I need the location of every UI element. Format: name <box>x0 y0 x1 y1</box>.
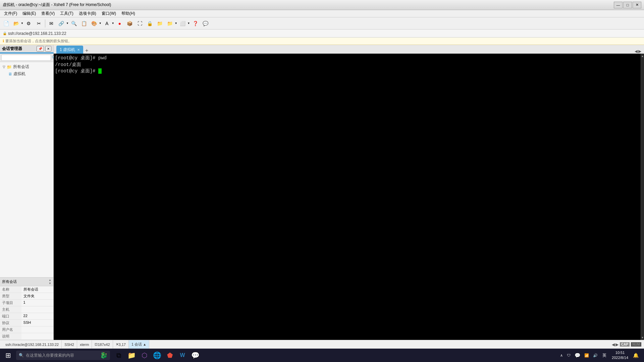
tab-add-button[interactable]: + <box>83 48 90 54</box>
font-arrow[interactable]: ▼ <box>112 22 114 25</box>
tray-expand-button[interactable]: ∧ <box>559 353 564 358</box>
terminal[interactable]: [root@cy 桌面]# pwd /root/桌面 [root@cy 桌面]# <box>54 54 641 340</box>
connect-button[interactable]: 🔗 <box>57 19 66 28</box>
open-button[interactable]: 📂 <box>11 19 21 28</box>
new-session-button[interactable]: 📄 <box>1 19 11 28</box>
status-prev-button[interactable]: ◀ <box>612 342 615 347</box>
tray-language-button[interactable]: 英 <box>600 352 608 359</box>
status-sessions-text: 1 会话 <box>131 342 142 347</box>
address-url: ssh://oracle@192.168.21.133:22 <box>8 31 66 36</box>
start-button[interactable]: ⊞ <box>1 349 15 361</box>
info-row-protocol: 协议 SSH <box>0 320 53 326</box>
menu-view[interactable]: 查看(V) <box>39 10 57 17</box>
lock-button[interactable]: 🔒 <box>145 19 155 28</box>
sidebar-tree: ▽ 📁 所有会话 🖥 虚拟机 <box>0 62 53 277</box>
status-cursor-icon: ✕ <box>116 342 119 347</box>
cap-indicator: CAP <box>620 342 630 347</box>
info-scroll: ▲ ▼ <box>49 279 51 285</box>
xagent-button[interactable]: ● <box>115 19 124 28</box>
fullscreen-button[interactable]: ⛶ <box>135 19 145 28</box>
task-view-button[interactable]: ⧉ <box>113 349 125 361</box>
tray-volume-button[interactable]: 🔊 <box>592 353 599 358</box>
sidebar-pin-button[interactable]: 📌 <box>37 46 44 52</box>
scroll-up-button[interactable]: ▲ <box>641 54 644 58</box>
clock[interactable]: 10:51 2022/8/14 <box>610 350 630 361</box>
word-button[interactable]: W <box>176 349 189 361</box>
sidebar-search-input[interactable] <box>1 55 51 61</box>
tray-wifi-button[interactable]: 📶 <box>583 353 590 358</box>
info-scroll-down[interactable]: ▼ <box>49 282 51 285</box>
red-app-button[interactable]: ⬟ <box>164 349 176 361</box>
info-label-host: 主机 <box>0 306 21 313</box>
menu-file[interactable]: 文件(F) <box>1 10 20 17</box>
local-arrow[interactable]: ▼ <box>175 22 177 25</box>
session-manager-button[interactable]: 📋 <box>79 19 89 28</box>
minimize-button[interactable]: — <box>614 2 623 8</box>
open-arrow[interactable]: ▼ <box>21 22 23 25</box>
menu-window[interactable]: 窗口(W) <box>99 10 119 17</box>
info-table: 名称 所有会话 类型 文件夹 子项目 1 主机 <box>0 286 53 340</box>
task-view-icon: ⧉ <box>116 352 121 359</box>
info-label-username: 用户名 <box>0 326 21 333</box>
wechat-button[interactable]: 💬 <box>189 349 201 361</box>
maximize-button[interactable]: □ <box>623 2 632 8</box>
find-button[interactable]: 🔍 <box>69 19 79 28</box>
multi-exec-button[interactable]: ⬜ <box>178 19 187 28</box>
taskbar-search[interactable]: 🔍 在这里输入你要搜索的内容 🐉 <box>16 351 110 360</box>
info-value-username <box>21 326 53 333</box>
scroll-track[interactable] <box>641 58 644 335</box>
properties-button[interactable]: ⚙ <box>24 19 34 28</box>
color-arrow[interactable]: ▼ <box>99 22 102 25</box>
address-icon: 🔒 <box>3 32 7 35</box>
tree-item-vm[interactable]: 🖥 虚拟机 <box>5 70 53 77</box>
menu-help[interactable]: 帮助(H) <box>119 10 138 17</box>
local-button[interactable]: 📁 <box>165 19 175 28</box>
notification-button[interactable]: 🔔 <box>632 352 640 359</box>
help-button[interactable]: ❓ <box>191 19 200 28</box>
wechat-icon: 💬 <box>191 351 200 359</box>
tray-expand-icon: ∧ <box>560 353 563 358</box>
tray-security-button[interactable]: 🛡 <box>566 353 572 357</box>
multi-exec-arrow[interactable]: ▼ <box>187 22 190 25</box>
info-scroll-up[interactable]: ▲ <box>49 279 51 282</box>
terminal-line-2: [root@cy 桌面]# <box>55 68 639 75</box>
tray-volume-icon: 🔊 <box>593 353 598 358</box>
dragon-icon: 🐉 <box>100 352 107 359</box>
tray-security-icon: 🛡 <box>567 353 571 357</box>
tab-0[interactable]: 1 虚拟机 ✕ <box>56 46 83 54</box>
info-value-protocol: SSH <box>21 320 53 326</box>
font-button[interactable]: A <box>102 19 112 28</box>
compose-button[interactable]: ✉ <box>47 19 56 28</box>
menu-tools[interactable]: 工具(T) <box>57 10 76 17</box>
title-controls: — □ ✕ <box>614 2 641 8</box>
file-explorer-button[interactable]: 📁 <box>125 349 138 361</box>
tray-wechat-tray[interactable]: 💬 <box>573 353 582 358</box>
dev-tool-button[interactable]: ⬡ <box>138 349 150 361</box>
info-panel-header: 所有会话 ▲ ▼ <box>0 278 53 286</box>
sidebar-close-button[interactable]: ✕ <box>45 46 51 52</box>
xftp-button[interactable]: 📦 <box>125 19 135 28</box>
menu-edit[interactable]: 编辑(E) <box>20 10 39 17</box>
info-value-desc <box>21 333 53 340</box>
disconnect-button[interactable]: ✂ <box>34 19 44 28</box>
info-label-port: 端口 <box>0 313 21 320</box>
tab-prev-button[interactable]: ◀ <box>635 49 638 54</box>
menu-tabs[interactable]: 选项卡(B) <box>76 10 99 17</box>
edge-button[interactable]: 🌐 <box>151 349 163 361</box>
num-indicator: NUM <box>631 342 641 347</box>
tab-close-0[interactable]: ✕ <box>77 48 80 52</box>
close-button[interactable]: ✕ <box>633 2 641 8</box>
chat-button[interactable]: 💬 <box>201 19 210 28</box>
info-label-children: 子项目 <box>0 300 21 306</box>
taskbar-search-placeholder: 在这里输入你要搜索的内容 <box>26 353 74 358</box>
sessions-expand[interactable]: ▲ <box>143 343 146 346</box>
tray-wechat-icon: 💬 <box>575 353 580 358</box>
address-bar: 🔒 ssh://oracle@192.168.21.133:22 <box>0 29 644 38</box>
connect-arrow[interactable]: ▼ <box>66 22 69 25</box>
color-button[interactable]: 🎨 <box>90 19 99 28</box>
tab-next-button[interactable]: ▶ <box>638 49 641 54</box>
sftp-button[interactable]: 📁 <box>155 19 165 28</box>
scroll-down-button[interactable]: ▼ <box>641 335 644 340</box>
tree-root[interactable]: ▽ 📁 所有会话 <box>0 63 53 70</box>
status-next-button[interactable]: ▶ <box>615 342 619 347</box>
